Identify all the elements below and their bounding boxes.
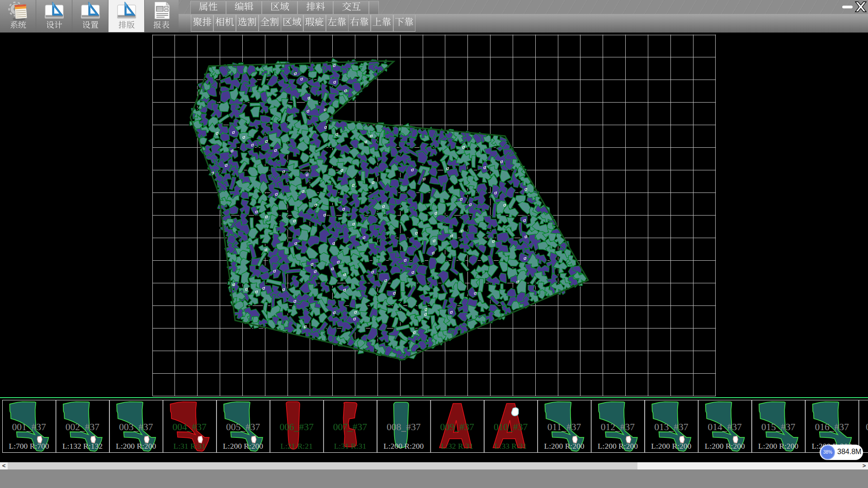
svg-text:L:200 R:200: L:200 R:200 — [116, 441, 156, 450]
svg-text:L:200 R:200: L:200 R:200 — [598, 441, 638, 450]
svg-text:002_#37: 002_#37 — [66, 422, 100, 432]
svg-text:L:200 R:200: L:200 R:200 — [758, 441, 798, 450]
svg-text:015_#37: 015_#37 — [761, 422, 796, 432]
svg-text:006_#37: 006_#37 — [279, 422, 314, 432]
svg-text:L:33 R:31: L:33 R:31 — [495, 441, 527, 450]
svg-text:L:200 R:200: L:200 R:200 — [651, 441, 691, 450]
svg-text:L:200 R:200: L:200 R:200 — [223, 441, 263, 450]
svg-text:011_#37: 011_#37 — [547, 422, 581, 432]
svg-text:007_#37: 007_#37 — [333, 422, 368, 432]
svg-text:016_#37: 016_#37 — [815, 422, 849, 432]
svg-text:009_#37: 009_#37 — [440, 422, 474, 432]
svg-text:004_#37: 004_#37 — [173, 422, 207, 432]
svg-text:003_#37: 003_#37 — [119, 422, 153, 432]
svg-text:012_#37: 012_#37 — [601, 422, 635, 432]
svg-text:L:31 R:31: L:31 R:31 — [334, 441, 366, 450]
svg-text:001_#37: 001_#37 — [12, 422, 46, 432]
svg-text:014_#37: 014_#37 — [708, 422, 742, 432]
svg-text:L:700 R:700: L:700 R:700 — [9, 441, 49, 450]
svg-text:013_#37: 013_#37 — [654, 422, 689, 432]
svg-text:010_#37: 010_#37 — [494, 422, 528, 432]
svg-text:005_#37: 005_#37 — [226, 422, 260, 432]
svg-text:L:31 R:31: L:31 R:31 — [173, 441, 205, 450]
svg-text:L:200 R:200: L:200 R:200 — [544, 441, 585, 450]
svg-text:L:32 R:31: L:32 R:31 — [441, 441, 473, 450]
svg-text:L:200 R:200: L:200 R:200 — [705, 441, 745, 450]
svg-text:L:200 R:200: L:200 R:200 — [383, 441, 424, 450]
svg-text:008_#37: 008_#37 — [387, 422, 421, 432]
svg-text:L:21 R:21: L:21 R:21 — [280, 441, 312, 450]
svg-text:L:132 R:132: L:132 R:132 — [62, 441, 103, 450]
svg-text:0: 0 — [866, 422, 868, 432]
